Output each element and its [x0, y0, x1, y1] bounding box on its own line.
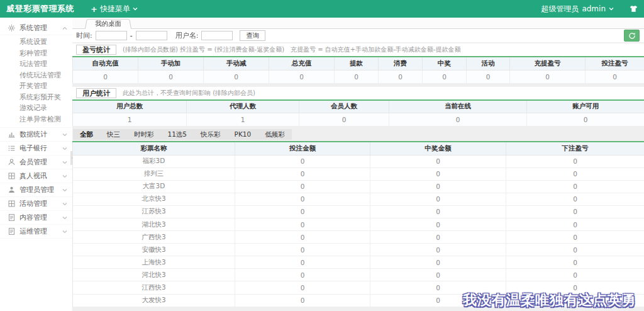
stat-value: 0 [389, 113, 527, 127]
lottery-tab-k3[interactable]: 快三 [100, 129, 127, 140]
sidebar-item-content-management[interactable]: 内容管理 [0, 211, 72, 225]
user-panel: 用户统计 此处为总计，不受查询时间影响 (排除内部会员) 用户总数 代理人数 会… [72, 87, 644, 127]
bet-amount-cell: 0 [235, 193, 370, 205]
chevron-down-icon [62, 230, 67, 234]
col-header: 投注盈亏 [586, 57, 644, 70]
lottery-tab-klc[interactable]: 快乐彩 [194, 129, 228, 140]
sidebar-subitem-system-settings[interactable]: 系统设置 [0, 37, 72, 48]
tshirt-icon [629, 4, 638, 14]
col-header: 充提盈亏 [510, 57, 586, 70]
stat-value: 1 [73, 113, 187, 127]
username-input[interactable] [201, 31, 233, 40]
chart-icon [8, 130, 16, 139]
col-header: 用户总数 [73, 100, 187, 113]
profit-values-row: 0 0 0 0 0 0 0 0 0 0 [73, 70, 644, 83]
table-row: 北京快3 0 0 0 [73, 193, 644, 205]
refresh-button[interactable] [624, 30, 640, 42]
sidebar-item-member-management[interactable]: 会员管理 [0, 156, 72, 169]
sidebar-item-label: 真人视讯 [19, 171, 62, 181]
lottery-name-cell: 大富3D [73, 180, 235, 193]
table-row: 大富3D 0 0 0 [73, 180, 644, 193]
sidebar-item-activity-management[interactable]: 活动管理 [0, 197, 72, 211]
quick-menu-button[interactable]: + 快捷菜单 [83, 0, 145, 18]
stat-value: 0 [423, 70, 467, 83]
sidebar-item-label: 运维管理 [19, 227, 62, 236]
sidebar-subitem-traditional-play[interactable]: 传统玩法管理 [0, 70, 72, 81]
sidebar-item-label: 数据统计 [19, 130, 62, 139]
profit-panel: 盈亏统计 (排除内部会员数据) 投注盈亏 = (投注消费金额-返奖金额) 充提盈… [72, 43, 644, 84]
username-label: 用户名: [175, 31, 199, 40]
col-header: 活动 [467, 57, 510, 70]
sidebar-item-label: 会员管理 [19, 157, 62, 167]
sidebar-subitem-play-management[interactable]: 玩法管理 [0, 59, 72, 70]
sidebar-submenu-system: 系统设置 彩种管理 玩法管理 传统玩法管理 开奖管理 系统彩预开奖 游戏记录 注… [0, 35, 72, 128]
time-label: 时间: [76, 31, 92, 40]
stat-value: 0 [335, 70, 379, 83]
stat-value: 0 [269, 70, 335, 83]
lottery-name-cell: 上海快3 [73, 256, 235, 269]
search-button[interactable]: 查询 [240, 30, 265, 41]
user-menu-button[interactable]: 超级管理员 admin [532, 0, 623, 18]
time-from-input[interactable] [96, 31, 127, 40]
sidebar-item-admin-management[interactable]: 管理员管理 [0, 183, 72, 197]
lottery-tab-11x5[interactable]: 11选5 [161, 129, 194, 140]
user-role-label: 超级管理员 [541, 4, 579, 14]
brand-title: 威登彩票管理系统 [0, 3, 83, 14]
tab-my-desktop[interactable]: 我的桌面 [85, 18, 131, 29]
lottery-table: 彩票名称 投注金额 中奖金额 下注盈亏 福彩3D 0 0 0 排列三 0 0 0… [72, 141, 644, 307]
lottery-tab-lowfreq[interactable]: 低频彩 [258, 129, 292, 140]
col-header: 当前在线 [389, 100, 527, 113]
sidebar-subitem-system-predraw[interactable]: 系统彩预开奖 [0, 92, 72, 103]
profit-cell: 0 [506, 244, 644, 256]
col-header: 自动充值 [73, 57, 138, 70]
col-header: 会员人数 [299, 100, 389, 113]
sidebar-item-live-video[interactable]: 真人视讯 [0, 169, 72, 183]
main-content: 我的桌面 时间: - 用户名: 查询 盈亏统计 (排除内部会员数据) 投注盈亏 … [72, 18, 644, 311]
profit-cell: 0 [506, 256, 644, 269]
lottery-name-cell: 江西快3 [73, 281, 235, 294]
stat-value: 0 [138, 70, 204, 83]
sidebar-subitem-game-records[interactable]: 游戏记录 [0, 103, 72, 114]
user-table: 用户总数 代理人数 会员人数 当前在线 账户可用 1 1 0 0 0 [72, 99, 644, 127]
profit-cell: 0 [506, 231, 644, 244]
profit-panel-title: 盈亏统计 [76, 45, 116, 55]
stat-value: 0 [73, 70, 138, 83]
sidebar-item-ebank[interactable]: 电子银行 [0, 142, 72, 156]
profit-cell: 0 [506, 155, 644, 167]
table-row: 河北快3 0 0 0 [73, 269, 644, 281]
app-window: 威登彩票管理系统 + 快捷菜单 超级管理员 admin 系统管理 系统设置 彩种… [0, 0, 644, 311]
sidebar-item-data-statistics[interactable]: 数据统计 [0, 128, 72, 142]
user-panel-head: 用户统计 此处为总计，不受查询时间影响 (排除内部会员) [72, 87, 644, 99]
sidebar-subitem-bet-anomaly[interactable]: 注单异常检测 [0, 114, 72, 125]
lottery-name-cell: 广西快3 [73, 231, 235, 244]
table-row: 湖北快3 0 0 0 [73, 218, 644, 230]
lottery-tab-ssc[interactable]: 时时彩 [127, 129, 161, 140]
win-amount-cell: 0 [370, 244, 506, 256]
chevron-down-icon [133, 7, 138, 11]
profit-panel-head: 盈亏统计 (排除内部会员数据) 投注盈亏 = (投注消费金额-返奖金额) 充提盈… [72, 43, 644, 56]
col-header: 投注金额 [235, 142, 370, 155]
sidebar-subitem-lottery-type[interactable]: 彩种管理 [0, 48, 72, 59]
win-amount-cell: 0 [370, 256, 506, 269]
win-amount-cell: 0 [370, 193, 506, 205]
sidebar-item-system-management[interactable]: 系统管理 [0, 21, 72, 35]
col-header: 手动加 [138, 57, 204, 70]
col-header: 下注盈亏 [506, 142, 644, 155]
theme-button[interactable] [623, 0, 644, 18]
profit-cell: 0 [506, 281, 644, 294]
bet-amount-cell: 0 [235, 281, 370, 294]
col-header: 彩票名称 [73, 142, 235, 155]
sidebar: 系统管理 系统设置 彩种管理 玩法管理 传统玩法管理 开奖管理 系统彩预开奖 游… [0, 18, 72, 311]
lottery-tab-pk10[interactable]: PK10 [228, 129, 258, 140]
col-header: 账户可用 [527, 100, 644, 113]
sidebar-subitem-draw-management[interactable]: 开奖管理 [0, 81, 72, 92]
time-to-input[interactable] [136, 31, 167, 40]
sidebar-item-ops-management[interactable]: 运维管理 [0, 225, 72, 239]
win-amount-cell: 0 [370, 231, 506, 244]
win-amount-cell: 0 [370, 167, 506, 180]
profit-cell: 0 [506, 294, 644, 307]
lottery-tab-all[interactable]: 全部 [73, 129, 100, 140]
lottery-name-cell: 江苏快3 [73, 205, 235, 218]
table-row: 排列三 0 0 0 [73, 167, 644, 180]
sidebar-item-label: 管理员管理 [19, 185, 62, 195]
